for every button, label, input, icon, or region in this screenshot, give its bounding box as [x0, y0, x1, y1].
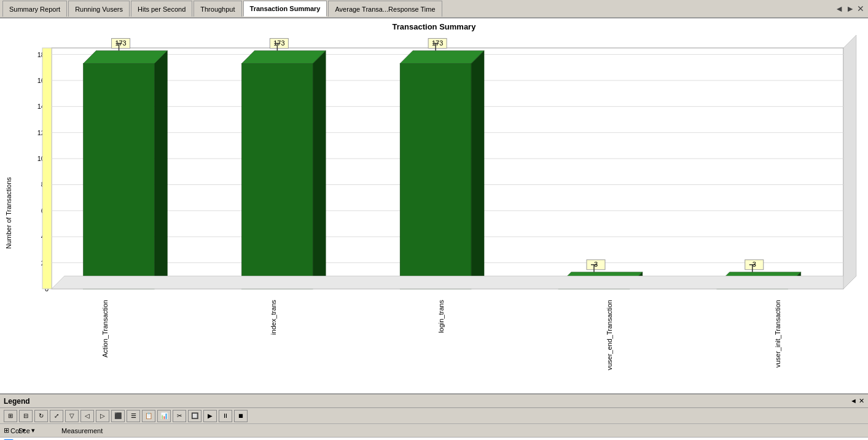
- legend-btn-10[interactable]: 📋: [142, 410, 155, 422]
- legend-nav-icons: ◄ ✕: [850, 397, 864, 405]
- legend-btn-9[interactable]: ☰: [127, 410, 140, 422]
- chart-container: Number of Transactions 02040608010012014…: [0, 33, 868, 393]
- tab-bar: Summary Report Running Vusers Hits per S…: [0, 0, 868, 18]
- legend-btn-8[interactable]: ⬛: [111, 410, 125, 422]
- chart-plot-area: 02040608010012014016018017317317333: [21, 33, 862, 295]
- legend-btn-13[interactable]: 🔲: [188, 410, 201, 422]
- legend-btn-12[interactable]: ✂: [173, 410, 186, 422]
- svg-rect-22: [84, 63, 155, 289]
- svg-text:173: 173: [273, 39, 284, 47]
- x-axis-label: vuser_init_Transaction: [774, 300, 781, 367]
- x-label-slot: Action_Transaction: [21, 300, 189, 358]
- legend-table-header: ⊞ Col ▾ Sce ▾ Measurement: [0, 424, 868, 438]
- tab-hits-per-second[interactable]: Hits per Second: [131, 1, 192, 17]
- svg-text:173: 173: [432, 39, 443, 47]
- chart-inner: 02040608010012014016018017317317333 Acti…: [15, 33, 868, 393]
- legend-toolbar: ⊞ ⊟ ↻ ⤢ ▽ ◁ ▷ ⬛ ☰ 📋 📊 ✂ 🔲 ▶ ⏸ ⏹: [0, 408, 868, 424]
- svg-marker-24: [155, 51, 168, 289]
- x-axis-label: Action_Transaction: [101, 300, 109, 358]
- chart-title: Transaction Summary: [0, 18, 868, 33]
- tab-throughput-label: Throughput: [200, 6, 235, 13]
- legend-title: Legend: [4, 397, 30, 406]
- y-axis-label: Number of Transactions: [2, 33, 15, 393]
- legend-row: 1 Pass: [0, 438, 868, 440]
- main-area: Transaction Summary Number of Transactio…: [0, 18, 868, 393]
- x-label-slot: login_trans: [358, 300, 526, 333]
- legend-btn-14[interactable]: ▶: [203, 410, 217, 422]
- tab-summary-report-label: Summary Report: [9, 6, 60, 13]
- svg-marker-58: [843, 35, 856, 289]
- legend-col-header-2: Measurement: [61, 427, 103, 434]
- svg-text:173: 173: [115, 39, 126, 47]
- tab-average-response-time-label: Average Transa...Response Time: [335, 6, 435, 13]
- legend-btn-15[interactable]: ⏸: [219, 410, 232, 422]
- legend-btn-1[interactable]: ⊞: [4, 410, 17, 422]
- tab-running-vusers[interactable]: Running Vusers: [68, 1, 130, 17]
- svg-rect-29: [241, 63, 313, 289]
- legend-btn-11[interactable]: 📊: [157, 410, 171, 422]
- legend-col-header-color: ⊞ Col ▾: [4, 426, 18, 434]
- x-label-slot: vuser_init_Transaction: [694, 300, 862, 367]
- legend-btn-2[interactable]: ⊟: [19, 410, 33, 422]
- tab-throughput[interactable]: Throughput: [194, 1, 241, 17]
- tab-next-icon[interactable]: ►: [846, 4, 854, 14]
- tab-transaction-summary-label: Transaction Summary: [250, 5, 321, 12]
- x-label-slot: index_trans: [189, 300, 358, 335]
- x-axis-label: index_trans: [270, 300, 277, 335]
- svg-marker-23: [84, 51, 168, 64]
- tab-prev-icon[interactable]: ◄: [835, 4, 843, 14]
- x-axis-label: vuser_end_Transaction: [606, 300, 613, 371]
- svg-text:3: 3: [594, 261, 598, 268]
- svg-rect-36: [400, 63, 471, 289]
- svg-marker-38: [471, 51, 484, 289]
- svg-text:3: 3: [753, 261, 756, 268]
- tab-running-vusers-label: Running Vusers: [75, 6, 123, 13]
- svg-marker-31: [313, 51, 326, 289]
- x-label-slot: vuser_end_Transaction: [525, 300, 694, 371]
- svg-marker-57: [52, 276, 856, 289]
- svg-marker-30: [241, 51, 326, 64]
- svg-rect-21: [42, 48, 52, 289]
- legend-btn-5[interactable]: ▽: [65, 410, 79, 422]
- legend-title-bar: Legend ◄ ✕: [0, 395, 868, 408]
- tab-hits-per-second-label: Hits per Second: [138, 6, 186, 13]
- tab-transaction-summary[interactable]: Transaction Summary: [243, 1, 327, 17]
- legend-btn-6[interactable]: ◁: [80, 410, 94, 422]
- svg-marker-37: [400, 51, 484, 64]
- legend-col-header-measurement: Measurement: [61, 427, 864, 434]
- legend-pin-icon[interactable]: ◄: [850, 397, 857, 405]
- tab-average-response-time[interactable]: Average Transa...Response Time: [328, 1, 442, 17]
- legend-btn-3[interactable]: ↻: [34, 410, 48, 422]
- x-axis-label: login_trans: [437, 300, 445, 333]
- tab-summary-report[interactable]: Summary Report: [2, 1, 67, 17]
- legend-close-icon[interactable]: ✕: [859, 397, 864, 405]
- legend-btn-4[interactable]: ⤢: [50, 410, 63, 422]
- legend-area: Legend ◄ ✕ ⊞ ⊟ ↻ ⤢ ▽ ◁ ▷ ⬛ ☰ 📋 📊 ✂ 🔲 ▶ ⏸…: [0, 393, 868, 440]
- chart-svg: 02040608010012014016018017317317333: [21, 33, 862, 295]
- tab-nav-icons: ◄ ► ✕: [835, 4, 864, 14]
- legend-btn-7[interactable]: ▷: [96, 410, 109, 422]
- x-axis-labels: Action_Transactionindex_translogin_trans…: [21, 295, 862, 393]
- legend-col-header-scenario: Sce ▾: [18, 426, 61, 434]
- legend-btn-16[interactable]: ⏹: [234, 410, 248, 422]
- tab-close-icon[interactable]: ✕: [857, 4, 864, 14]
- legend-col-header-1[interactable]: Sce: [18, 427, 30, 434]
